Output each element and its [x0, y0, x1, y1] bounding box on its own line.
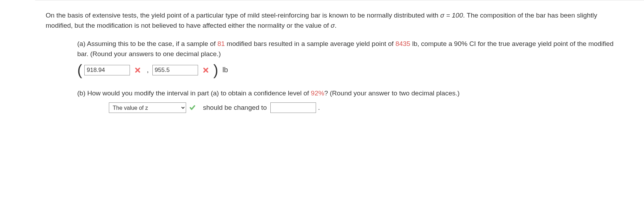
part-b-pct: 92%: [311, 89, 324, 97]
intro-text: On the basis of extensive tests, the yie…: [46, 10, 622, 31]
intro-end: .: [335, 22, 336, 29]
part-b-t2: ? (Round your answer to two decimal plac…: [324, 89, 459, 97]
part-a-n: 81: [217, 40, 225, 47]
should-be-changed-text: should be changed to: [203, 102, 267, 113]
intro-part1: On the basis of extensive tests, the yie…: [46, 12, 440, 19]
part-a-label: (a): [77, 40, 87, 47]
sigma-var: σ: [331, 22, 335, 29]
part-a-text: (a) Assuming this to be the case, if a s…: [77, 39, 622, 59]
question-outer: On the basis of extensive tests, the yie…: [35, 0, 644, 137]
modify-dropdown[interactable]: The value of z: [109, 102, 186, 113]
period: .: [318, 102, 320, 113]
z-value-input[interactable]: [270, 102, 316, 113]
part-b: (b) How would you modify the interval in…: [77, 88, 622, 113]
paren-open: (: [77, 63, 82, 78]
part-a-t2: modified bars resulted in a sample avera…: [225, 40, 395, 47]
part-b-answer-row: The value of z should be changed to .: [109, 102, 622, 113]
comma: ,: [147, 65, 149, 75]
part-b-text: (b) How would you modify the interval in…: [77, 88, 622, 98]
cross-icon: [134, 67, 141, 74]
paren-close: ): [213, 63, 218, 78]
sigma-eq: σ = 100: [440, 12, 463, 19]
unit-lb: lb: [223, 65, 228, 75]
part-a: (a) Assuming this to be the case, if a s…: [77, 39, 622, 78]
part-a-xbar: 8435: [395, 40, 410, 47]
question-container: On the basis of extensive tests, the yie…: [35, 0, 632, 137]
ci-upper-input[interactable]: [152, 65, 198, 75]
ci-lower-input[interactable]: [84, 65, 130, 75]
part-a-t1: Assuming this to be the case, if a sampl…: [87, 40, 217, 47]
part-a-answer-row: ( , ) lb: [77, 63, 622, 78]
part-b-t1: How would you modify the interval in par…: [87, 89, 311, 97]
check-icon: [189, 104, 196, 111]
cross-icon: [202, 67, 209, 74]
part-b-label: (b): [77, 89, 87, 97]
